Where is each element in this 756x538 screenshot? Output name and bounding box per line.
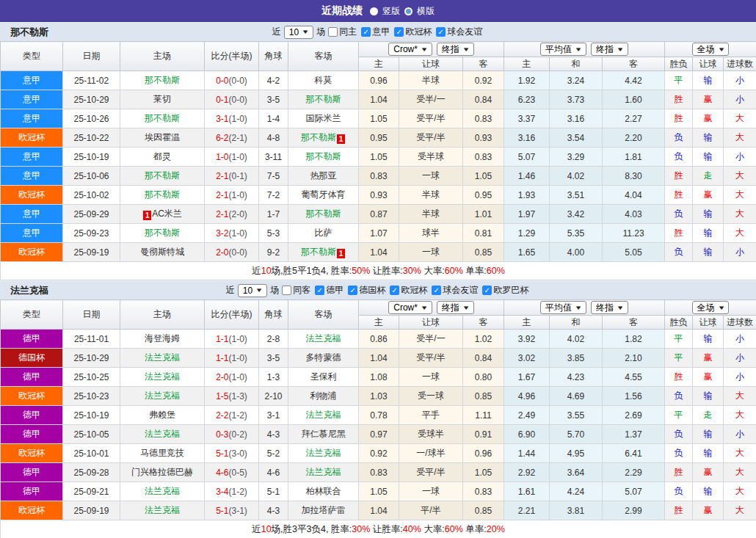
same-venue-checkbox[interactable] xyxy=(282,286,291,295)
match-date: 25-10-19 xyxy=(63,148,120,167)
odds-away: 0.92 xyxy=(463,71,504,90)
league-filter-2-label[interactable]: 球会友谊 xyxy=(447,26,482,38)
away-team: 柏林联合 xyxy=(288,482,359,501)
away-team-name: 柏林联合 xyxy=(306,486,341,496)
odds-home: 1.05 xyxy=(359,109,399,128)
result-handicap: 走 xyxy=(693,167,724,186)
league-filter-0: ✓意甲 xyxy=(361,26,391,38)
table-head: 类型日期主场比分(半场)角球客场Crow*▼终指▼平均值▼终指▼全场▼主让球客主… xyxy=(1,300,756,330)
avg-home-odds: 1.46 xyxy=(504,167,550,186)
average-select[interactable]: 平均值▼ xyxy=(540,301,586,314)
odds-time-select[interactable]: 终指▼ xyxy=(437,301,474,314)
league-filter-0-label[interactable]: 意甲 xyxy=(372,26,390,38)
full-time-score: 0-1 xyxy=(216,95,228,105)
league-filter-0-checkbox[interactable]: ✓ xyxy=(361,27,371,37)
average-select[interactable]: 平均值▼ xyxy=(540,43,586,56)
same-venue-label[interactable]: 同客 xyxy=(293,284,310,297)
league-filter-3-label[interactable]: 球会友谊 xyxy=(443,284,478,297)
result-handicap: 输 xyxy=(693,482,724,501)
table-head: 类型日期主场比分(半场)角球客场Crow*▼终指▼平均值▼终指▼全场▼主让球客主… xyxy=(1,42,756,71)
scope-select[interactable]: 全场▼ xyxy=(692,301,730,314)
games-count-select[interactable]: 10▼ xyxy=(284,26,313,39)
home-team: 那不勒斯 xyxy=(120,109,205,128)
bookmaker-select-value: Crow* xyxy=(393,302,418,313)
scope-select[interactable]: 全场▼ xyxy=(692,43,730,56)
away-team-name: 利物浦 xyxy=(310,390,337,401)
games-count-select[interactable]: 10▼ xyxy=(238,284,267,297)
home-team: 弗赖堡 xyxy=(120,406,205,425)
summary-segment: 近 xyxy=(252,266,261,276)
match-row: 德甲25-10-05法兰克福0-3(0-2)4-3拜仁慕尼黑0.97受球半0.9… xyxy=(1,425,756,444)
result-handicap: 赢 xyxy=(693,90,724,109)
result-outcome: 胜 xyxy=(665,167,693,186)
result-goals: 大 xyxy=(724,501,756,520)
odds-selects: Crow*▼终指▼ xyxy=(388,301,474,314)
half-time-score: (1-0) xyxy=(229,152,247,162)
match-date: 25-09-29 xyxy=(63,205,120,224)
home-team-name: 法兰克福 xyxy=(145,352,180,363)
home-team: 马德里竞技 xyxy=(120,444,205,463)
odds-away: 0.96 xyxy=(463,444,504,463)
score-cell: 2-1(0-1) xyxy=(205,167,259,186)
competition-badge: 欧冠杯 xyxy=(1,501,63,520)
horizontal-layout-radio[interactable] xyxy=(404,7,412,15)
half-time-score: (1-2) xyxy=(229,410,247,421)
bookmaker-select[interactable]: Crow*▼ xyxy=(388,43,432,56)
horizontal-layout-label[interactable]: 横版 xyxy=(417,5,435,18)
col-header-2: 主场 xyxy=(120,300,205,330)
league-filter-2-checkbox[interactable]: ✓ xyxy=(436,27,446,37)
avg-draw-odds: 5.35 xyxy=(550,224,603,243)
team-name: 那不勒斯 xyxy=(10,26,48,39)
avg-away-odds: 1.56 xyxy=(603,387,665,406)
home-team: 法兰克福 xyxy=(120,368,205,387)
league-filter-4-label[interactable]: 欧罗巴杯 xyxy=(493,284,528,297)
handicap-line: 半球 xyxy=(399,205,463,224)
full-time-score: 0-3 xyxy=(216,429,228,440)
home-team-name: 莱切 xyxy=(153,94,171,104)
full-time-score: 2-1 xyxy=(216,171,228,181)
competition-badge: 德甲 xyxy=(1,482,63,501)
home-team: 门兴格拉德巴赫 xyxy=(120,463,205,482)
same-venue-checkbox[interactable] xyxy=(328,27,338,37)
result-goals: 大 xyxy=(724,444,756,463)
match-date: 25-10-23 xyxy=(63,387,120,406)
vertical-layout-label[interactable]: 竖版 xyxy=(382,5,400,18)
result-outcome: 负 xyxy=(665,205,693,224)
competition-badge: 意甲 xyxy=(1,148,63,167)
result-outcome: 平 xyxy=(665,349,693,368)
league-filter-0-checkbox[interactable]: ✓ xyxy=(315,286,324,295)
avg-draw-odds: 4.24 xyxy=(550,482,603,501)
home-team: 莱切 xyxy=(120,90,205,109)
odds-time-select[interactable]: 终指▼ xyxy=(437,43,474,56)
league-filter-2-checkbox[interactable]: ✓ xyxy=(390,286,399,295)
corner-count: 3-5 xyxy=(259,349,288,368)
avg-time-select[interactable]: 终指▼ xyxy=(591,301,628,314)
match-filter-controls: 近10▼场同客✓德甲✓德国杯✓欧冠杯✓球会友谊✓欧罗巴杯 xyxy=(226,284,530,297)
league-filter-1-label[interactable]: 欧冠杯 xyxy=(405,26,432,38)
competition-badge: 意甲 xyxy=(1,109,63,128)
score-cell: 0-0(0-0) xyxy=(205,71,259,90)
same-venue: 同客 xyxy=(282,284,312,297)
result-handicap: 赢 xyxy=(693,501,724,520)
home-team: 都灵 xyxy=(120,148,205,167)
full-time-score: 3-2 xyxy=(216,228,228,239)
avg-time-select[interactable]: 终指▼ xyxy=(591,43,628,56)
league-filter-2-label[interactable]: 欧冠杯 xyxy=(401,284,427,297)
league-filter-1-checkbox[interactable]: ✓ xyxy=(394,27,404,37)
avg-away-odds: 2.27 xyxy=(603,109,665,128)
match-row: 意甲25-10-06那不勒斯2-1(0-1)7-5热那亚0.83一球1.051.… xyxy=(1,167,756,186)
league-filter-4-checkbox[interactable]: ✓ xyxy=(482,286,492,295)
league-filter-3-checkbox[interactable]: ✓ xyxy=(432,286,441,295)
result-outcome: 胜 xyxy=(665,463,693,482)
bookmaker-select[interactable]: Crow*▼ xyxy=(388,301,432,314)
league-filter-1-label[interactable]: 德国杯 xyxy=(359,284,385,297)
same-venue-label[interactable]: 同主 xyxy=(339,26,357,38)
avg-draw-odds: 3.73 xyxy=(550,90,603,109)
league-filter-1-checkbox[interactable]: ✓ xyxy=(348,286,357,295)
league-filter-0-label[interactable]: 德甲 xyxy=(326,284,344,297)
away-team-name: 圣保利 xyxy=(310,371,337,382)
result-outcome: 负 xyxy=(665,425,693,444)
summary-segment: 单率: xyxy=(463,524,487,534)
vertical-layout-radio[interactable] xyxy=(370,7,378,15)
full-time-score: 1-1 xyxy=(216,334,228,344)
